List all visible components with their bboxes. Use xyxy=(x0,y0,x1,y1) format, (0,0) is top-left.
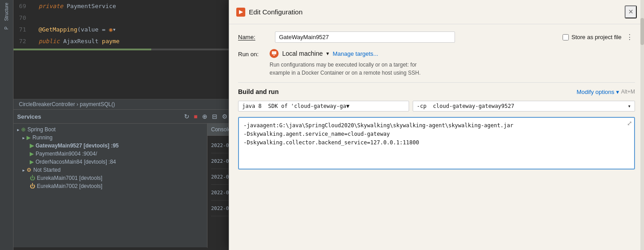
code-content-72: public AjaxResult payme xyxy=(32,38,120,45)
vm-options-area: -javaagent:G:\java\SpringCloud2020\Skywa… xyxy=(238,117,635,170)
running-label: Running xyxy=(32,134,53,141)
store-checkbox-area: Store as project file ⋮ xyxy=(563,33,635,41)
plus-icon[interactable]: ⊕ xyxy=(201,112,208,121)
running-icon: ▶ xyxy=(27,134,31,141)
payment-run-icon: ▶ xyxy=(30,151,34,157)
more-options-button[interactable]: ⋮ xyxy=(624,33,635,41)
cp-value: -cp cloud-gateway-gateway9527 xyxy=(417,103,514,109)
gateway-run-icon: ▶ xyxy=(30,143,34,149)
services-title: Services xyxy=(17,113,41,120)
cp-selector[interactable]: -cp cloud-gateway-gateway9527 ▾ xyxy=(413,101,635,112)
tree-expand-spring: ▸ xyxy=(17,127,19,132)
refresh-icon[interactable]: ↻ xyxy=(183,112,190,121)
services-panel: Services ↻ ■ ⊕ ⊟ ⚙ ＋ ▸ ⊕ xyxy=(14,109,243,247)
code-content-69: private PaymentService xyxy=(32,3,116,9)
tree-expand-not-started: ▸ xyxy=(23,168,25,173)
eureka7002-icon: ⏻ xyxy=(30,183,35,189)
settings-icon[interactable]: ⚙ xyxy=(221,112,229,121)
run-description-line2: example in a Docker Container or on a re… xyxy=(270,70,421,76)
svg-rect-1 xyxy=(273,55,275,56)
tree-order-nacos-main[interactable]: ▶ OrderNacosMain84 [devtools] :84 xyxy=(14,158,207,166)
eureka7001-icon: ⏻ xyxy=(30,175,35,181)
filter-icon[interactable]: ⊟ xyxy=(211,112,218,121)
build-run-title: Build and run xyxy=(238,88,279,95)
edit-configuration-dialog: ▶ Edit Configuration × Name: Store as pr… xyxy=(229,0,644,250)
name-label: Name: xyxy=(238,34,270,40)
store-as-project-label: Store as project file xyxy=(572,34,621,40)
svg-rect-0 xyxy=(272,51,276,54)
spring-boot-label: Spring Boot xyxy=(27,126,56,133)
run-on-label: Run on: xyxy=(238,49,270,58)
expand-textarea-icon[interactable]: ⤢ xyxy=(627,120,632,127)
line-number-71: 71 xyxy=(14,26,32,33)
modify-options-label: Modify options xyxy=(576,89,614,95)
gateway-label: GatewayMain9527 [devtools] :95 xyxy=(36,143,119,149)
divider xyxy=(238,82,635,83)
payment-label: PaymentMain9004 :9004/ xyxy=(36,151,97,157)
run-description: Run configurations may be executed local… xyxy=(270,61,635,77)
services-header: Services ↻ ■ ⊕ ⊟ ⚙ ＋ xyxy=(14,110,243,124)
dialog-app-icon: ▶ xyxy=(236,8,245,17)
manage-targets-link[interactable]: Manage targets... xyxy=(333,50,378,57)
sdk-value: java 8 SDK of 'cloud-gateway-ga▼ xyxy=(242,103,349,109)
local-machine-text: Local machine xyxy=(282,50,323,57)
tree-eureka-7002[interactable]: ⏻ EurekaMain7002 [devtools] xyxy=(14,182,207,190)
name-row: Name: Store as project file ⋮ xyxy=(238,31,635,43)
tree-gateway-main[interactable]: ▶ GatewayMain9527 [devtools] :95 xyxy=(14,142,207,150)
code-line-70: 70 xyxy=(14,12,243,23)
eureka7002-label: EurekaMain7002 [devtools] xyxy=(37,183,102,189)
run-description-line1: Run configurations may be executed local… xyxy=(270,62,417,68)
not-started-settings-icon: ⚙ xyxy=(27,167,32,173)
code-line-72: 72 public AjaxResult payme xyxy=(14,35,243,47)
sdk-row: java 8 SDK of 'cloud-gateway-ga▼ -cp clo… xyxy=(238,101,635,112)
tree-expand-running: ▸ xyxy=(23,135,25,140)
modify-options-shortcut: Alt+M xyxy=(621,89,635,95)
tree-running-group[interactable]: ▸ ▶ Running xyxy=(14,134,207,142)
line-number-72: 72 xyxy=(14,38,32,45)
tree-spring-boot-group[interactable]: ▸ ⊕ Spring Boot xyxy=(14,125,207,134)
dialog-title: Edit Configuration xyxy=(249,8,302,16)
order-label: OrderNacosMain84 [devtools] :84 xyxy=(36,159,116,165)
tree-eureka-7001[interactable]: ⏻ EurekaMain7001 [devtools] xyxy=(14,174,207,182)
run-on-row: Run on: Local machine ▾ Manage targets..… xyxy=(238,49,635,77)
services-content: ▸ ⊕ Spring Boot ▸ ▶ Running ▶ GatewayMai… xyxy=(14,124,243,248)
sdk-selector[interactable]: java 8 SDK of 'cloud-gateway-ga▼ xyxy=(238,101,409,112)
dialog-close-button[interactable]: × xyxy=(625,5,637,18)
breadcrumb-text: CircleBreakerController › paymentSQL() xyxy=(19,101,115,107)
local-machine-icon xyxy=(270,49,279,58)
not-started-label: Not Started xyxy=(33,167,61,173)
code-content-71: @GetMapping(value = ◉▾ xyxy=(32,26,116,33)
eureka7001-label: EurekaMain7001 [devtools] xyxy=(37,175,102,181)
dialog-scrollbar[interactable] xyxy=(640,0,644,250)
modify-options-button[interactable]: Modify options ▾ Alt+M xyxy=(576,89,635,95)
code-line-69: 69 private PaymentService xyxy=(14,0,243,12)
sidebar-icons-strip: Structure P xyxy=(0,0,14,250)
run-on-selector: Local machine ▾ Manage targets... xyxy=(270,49,635,58)
order-run-icon: ▶ xyxy=(30,159,34,165)
local-machine-svg xyxy=(271,51,277,56)
dialog-titlebar: ▶ Edit Configuration × xyxy=(229,0,644,24)
stop-icon[interactable]: ■ xyxy=(193,112,198,121)
sidebar-structure-label[interactable]: Structure xyxy=(3,2,10,22)
build-run-header: Build and run Modify options ▾ Alt+M xyxy=(238,88,635,95)
modify-options-chevron: ▾ xyxy=(616,89,619,95)
dialog-title-left: ▶ Edit Configuration xyxy=(236,8,302,17)
line-number-70: 70 xyxy=(14,14,32,21)
cp-dropdown-arrow: ▾ xyxy=(628,103,631,109)
local-machine-dropdown[interactable]: ▾ xyxy=(326,50,329,57)
code-editor: 69 private PaymentService 70 71 @GetMapp… xyxy=(14,0,243,99)
line-number-69: 69 xyxy=(14,3,32,9)
services-tree: ▸ ⊕ Spring Boot ▸ ▶ Running ▶ GatewayMai… xyxy=(14,124,207,248)
vm-options-textarea[interactable]: -javaagent:G:\java\SpringCloud2020\Skywa… xyxy=(239,118,634,167)
breadcrumb: CircleBreakerController › paymentSQL() xyxy=(14,99,243,109)
run-on-content: Local machine ▾ Manage targets... Run co… xyxy=(270,49,635,77)
name-input[interactable] xyxy=(275,31,455,43)
code-line-71: 71 @GetMapping(value = ◉▾ xyxy=(14,23,243,35)
tree-payment-main[interactable]: ▶ PaymentMain9004 :9004/ xyxy=(14,150,207,158)
sidebar-p-label[interactable]: P xyxy=(3,26,10,31)
spring-boot-icon: ⊕ xyxy=(21,126,26,133)
tree-not-started-group[interactable]: ▸ ⚙ Not Started xyxy=(14,166,207,174)
dialog-body: Name: Store as project file ⋮ Run on: xyxy=(229,24,644,250)
store-as-project-checkbox[interactable] xyxy=(563,34,569,40)
